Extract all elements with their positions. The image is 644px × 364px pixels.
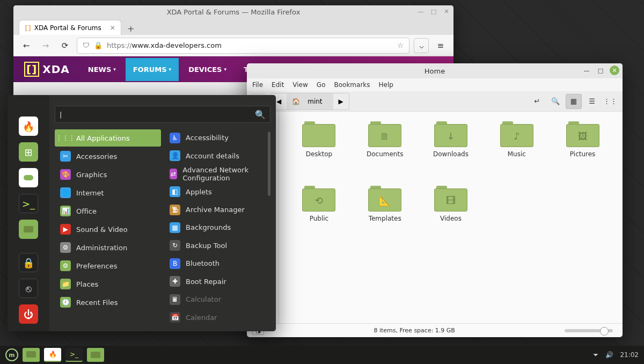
toggle-location-icon[interactable]: ↵ — [529, 94, 545, 109]
favorite-terminal[interactable]: >_ — [19, 194, 38, 213]
file-manager-title: Home — [425, 67, 445, 75]
category-label: Accessories — [76, 152, 117, 161]
minimize-button[interactable]: — — [416, 6, 426, 16]
app-label: Advanced Network Configuration — [182, 166, 265, 182]
menu-edit[interactable]: Edit — [272, 81, 284, 89]
lock-icon[interactable]: 🔒 — [94, 41, 103, 49]
forward-button[interactable]: → — [38, 38, 53, 53]
folder-templates[interactable]: 📐Templates — [355, 186, 415, 245]
app-backgrounds[interactable]: ▦Backgrounds — [164, 219, 270, 236]
reload-button[interactable]: ⟳ — [57, 38, 72, 53]
favorite-files[interactable] — [19, 220, 38, 239]
category-all-applications[interactable]: ⋮⋮⋮All Applications — [55, 129, 161, 147]
path-next-button[interactable]: ▶ — [333, 93, 349, 110]
close-button[interactable]: ✕ — [610, 65, 619, 75]
app-applets[interactable]: ◧Applets — [164, 183, 270, 200]
pocket-icon[interactable]: ⌵ — [414, 38, 429, 53]
folder-icon: 🗎 — [368, 121, 401, 147]
folder-public[interactable]: ⟲Public — [289, 186, 349, 245]
star-icon[interactable]: ☆ — [397, 41, 404, 49]
app-archive-manager[interactable]: 🗜Archive Manager — [164, 201, 270, 218]
clock[interactable]: 21:02 — [620, 351, 639, 359]
url-bar[interactable]: 🛡 🔒 https://www.xda-developers.com ☆ — [77, 38, 409, 54]
maximize-button[interactable]: □ — [596, 65, 605, 75]
favorite-menu[interactable]: ⊞ — [19, 142, 38, 162]
menu-help[interactable]: Help — [379, 81, 393, 89]
search-input[interactable] — [60, 111, 255, 119]
app-boot-repair[interactable]: ✚Boot Repair — [164, 273, 270, 290]
folder-pictures[interactable]: 🖼Pictures — [552, 121, 613, 180]
menu-file[interactable]: File — [252, 81, 263, 89]
hamburger-menu-icon[interactable]: ≡ — [433, 38, 448, 53]
menu-view[interactable]: View — [292, 81, 308, 89]
folder-downloads[interactable]: ↓Downloads — [421, 121, 481, 180]
new-tab-button[interactable]: + — [125, 22, 137, 35]
start-button[interactable]: m — [5, 348, 18, 361]
taskbar-files-2[interactable] — [87, 348, 104, 362]
firefox-titlebar[interactable]: XDA Portal & Forums — Mozilla Firefox — … — [13, 5, 453, 19]
app-calculator[interactable]: 🖩Calculator — [164, 291, 270, 308]
favorite-firefox[interactable]: 🔥 — [19, 117, 38, 136]
tab-close-icon[interactable]: ✕ — [110, 24, 115, 32]
path-bar[interactable]: ◀ 🏠 mint ▶ — [270, 93, 349, 110]
app-accessibility[interactable]: ♿Accessibility — [164, 129, 270, 146]
zoom-slider[interactable] — [565, 329, 613, 332]
app-account-details[interactable]: 👤Account details — [164, 147, 270, 164]
taskbar-terminal[interactable]: >_ — [65, 348, 83, 362]
menu-search[interactable]: 🔍 — [55, 106, 270, 123]
network-icon[interactable]: ⏷ — [592, 351, 599, 359]
category-administration[interactable]: ⚙Administration — [55, 239, 161, 256]
app-icon: ↻ — [170, 240, 180, 251]
favorite-software[interactable] — [19, 168, 38, 187]
app-bluetooth[interactable]: BBluetooth — [164, 255, 270, 272]
compact-view-button[interactable]: ⋮⋮ — [602, 94, 618, 109]
xda-nav-news[interactable]: NEWS ▾ — [80, 58, 123, 81]
file-manager-content[interactable]: Desktop🗎Documents↓Downloads♪Music🖼Pictur… — [279, 112, 623, 323]
xda-nav-devices[interactable]: DEVICES ▾ — [181, 58, 234, 81]
category-places[interactable]: 📁Places — [55, 275, 161, 293]
close-button[interactable]: ✕ — [442, 6, 451, 16]
logout-button[interactable]: ⎋ — [19, 279, 38, 298]
shield-icon[interactable]: 🛡 — [83, 41, 90, 49]
app-label: Calculator — [186, 295, 221, 303]
lock-button[interactable]: 🔒 — [19, 253, 38, 272]
category-accessories[interactable]: ✂Accessories — [55, 148, 161, 165]
category-internet[interactable]: 🌐Internet — [55, 184, 161, 201]
folder-videos[interactable]: 🎞Videos — [421, 186, 481, 245]
menu-scrollbar[interactable] — [268, 132, 270, 196]
taskbar-firefox[interactable]: 🔥 — [44, 348, 61, 362]
app-calendar[interactable]: 📅Calendar — [164, 309, 270, 326]
menu-bookmarks[interactable]: Bookmarks — [334, 81, 370, 89]
power-button[interactable]: ⏻ — [19, 304, 38, 324]
folder-music[interactable]: ♪Music — [486, 121, 547, 180]
browser-tab[interactable]: ⟦⟧ XDA Portal & Forums ✕ — [19, 20, 121, 35]
sound-icon[interactable]: 🔊 — [605, 351, 613, 359]
category-sound-video[interactable]: ▶Sound & Video — [55, 221, 161, 238]
category-label: Recent Files — [76, 299, 118, 307]
menu-go[interactable]: Go — [317, 81, 326, 89]
app-advanced-network-configuration[interactable]: ⇄Advanced Network Configuration — [164, 165, 270, 182]
search-icon[interactable]: 🔍 — [547, 94, 564, 109]
firefox-tabbar: ⟦⟧ XDA Portal & Forums ✕ + — [13, 19, 453, 35]
folder-desktop[interactable]: Desktop — [289, 121, 349, 180]
category-icon: ⚙ — [60, 242, 71, 253]
folder-label: Music — [508, 150, 526, 158]
app-icon: 🖩 — [170, 294, 180, 305]
list-view-button[interactable]: ☰ — [584, 94, 600, 109]
file-manager-titlebar[interactable]: Home — □ ✕ — [247, 63, 623, 78]
category-recent-files[interactable]: 🕘Recent Files — [55, 294, 161, 311]
path-segment[interactable]: 🏠 mint — [287, 93, 333, 110]
xda-logo[interactable]: [] XDA — [24, 62, 70, 77]
maximize-button[interactable]: □ — [429, 6, 438, 16]
category-graphics[interactable]: 🎨Graphics — [55, 166, 161, 183]
back-button[interactable]: ← — [19, 38, 34, 53]
app-backup-tool[interactable]: ↻Backup Tool — [164, 237, 270, 254]
minimize-button[interactable]: — — [582, 65, 591, 75]
category-office[interactable]: 📊Office — [55, 202, 161, 220]
category-preferences[interactable]: ⚙Preferences — [55, 257, 161, 274]
taskbar-files[interactable] — [23, 348, 40, 362]
folder-label: Public — [310, 215, 329, 222]
xda-nav-forums[interactable]: FORUMS ▾ — [126, 58, 179, 81]
folder-documents[interactable]: 🗎Documents — [355, 121, 415, 180]
icon-view-button[interactable]: ▦ — [566, 94, 582, 109]
